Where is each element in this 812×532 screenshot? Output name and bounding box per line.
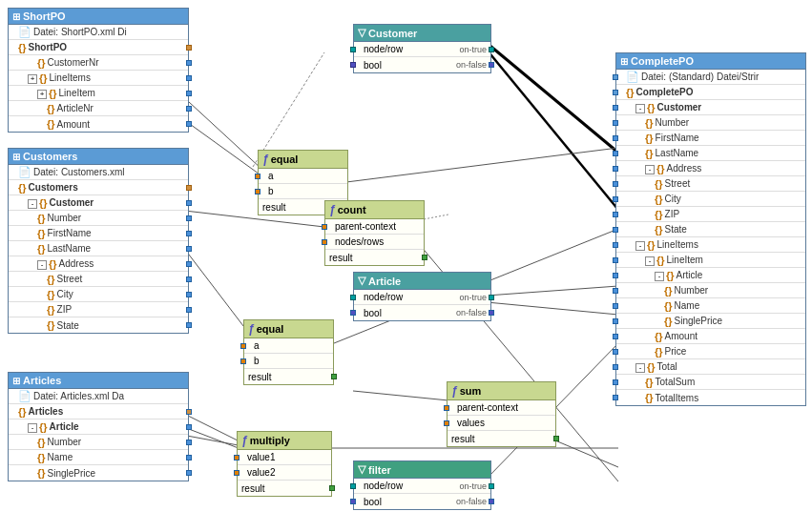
port-left[interactable]: [613, 181, 618, 187]
port-right[interactable]: [186, 75, 192, 81]
file-icon: 📄: [620, 71, 639, 83]
port-left[interactable]: [444, 420, 449, 426]
port-right[interactable]: [186, 424, 192, 430]
port-right[interactable]: [186, 276, 192, 282]
port-right[interactable]: [186, 45, 192, 51]
completepo-header: ⊞ CompletePO: [616, 53, 805, 70]
port-right[interactable]: [186, 215, 192, 221]
port-left[interactable]: [234, 455, 239, 460]
port-right[interactable]: [186, 60, 192, 66]
file-icon: 📄: [12, 26, 31, 38]
port-right[interactable]: [489, 47, 494, 52]
svg-line-6: [487, 43, 618, 153]
port-right[interactable]: [489, 310, 494, 316]
port-right[interactable]: [186, 185, 192, 191]
port-right[interactable]: [186, 292, 192, 297]
port-left[interactable]: [613, 105, 618, 111]
port-right[interactable]: [186, 409, 192, 415]
port-left[interactable]: [350, 310, 356, 316]
port-left[interactable]: [613, 151, 618, 156]
port-left[interactable]: [613, 334, 618, 339]
expand-icon[interactable]: +: [37, 90, 47, 99]
filter-icon: ▽: [358, 27, 365, 39]
port-right[interactable]: [422, 255, 427, 260]
expand-icon[interactable]: -: [37, 260, 47, 270]
port-right[interactable]: [489, 483, 494, 489]
port-left[interactable]: [613, 349, 618, 355]
curly-icon: {}: [620, 300, 673, 312]
port-right[interactable]: [489, 295, 494, 300]
equal1-header: ƒ equal: [259, 151, 347, 169]
port-left[interactable]: [613, 242, 618, 248]
port-left[interactable]: [613, 227, 618, 233]
curly-icon: {}: [620, 194, 663, 205]
port-right[interactable]: [186, 470, 192, 476]
port-right[interactable]: [186, 307, 192, 313]
curly-icon: {}: [620, 392, 654, 403]
port-right[interactable]: [186, 200, 192, 206]
port-right[interactable]: [186, 106, 192, 112]
port-left[interactable]: [240, 343, 246, 349]
customer-filter-row-noderow: node/row on-true: [354, 42, 490, 57]
port-left[interactable]: [350, 47, 356, 52]
curly-icon: {}: [12, 103, 55, 114]
port-left[interactable]: [613, 212, 618, 217]
port-right[interactable]: [186, 455, 192, 460]
port-left[interactable]: [350, 62, 356, 68]
expand-icon[interactable]: -: [635, 241, 645, 251]
port-left[interactable]: [613, 303, 618, 309]
customers-node: ⊞ Customers 📄 Datei: Customers.xml {} Cu…: [8, 148, 189, 334]
svg-line-11: [487, 302, 618, 315]
curly-icon: {}: [12, 118, 55, 130]
port-left[interactable]: [322, 239, 327, 245]
port-left[interactable]: [613, 395, 618, 400]
expand-icon[interactable]: -: [28, 199, 37, 209]
expand-icon[interactable]: -: [28, 423, 37, 433]
port-left[interactable]: [255, 174, 260, 179]
port-right[interactable]: [489, 62, 494, 68]
port-left[interactable]: [613, 90, 618, 95]
port-left[interactable]: [255, 189, 260, 194]
expand-icon[interactable]: -: [655, 272, 664, 281]
completepo-row-total: - {} Total: [616, 359, 805, 375]
articles-icon: ⊞: [12, 376, 20, 386]
port-left[interactable]: [613, 257, 618, 263]
port-right[interactable]: [186, 261, 192, 267]
port-right[interactable]: [186, 322, 192, 328]
expand-icon[interactable]: -: [645, 165, 655, 174]
port-left[interactable]: [613, 196, 618, 202]
port-left[interactable]: [234, 470, 239, 476]
port-left[interactable]: [444, 405, 449, 411]
port-right[interactable]: [186, 121, 192, 127]
multiply-row-value1: value1: [238, 450, 331, 465]
expand-icon[interactable]: -: [645, 256, 655, 266]
port-right[interactable]: [186, 246, 192, 252]
port-left[interactable]: [613, 364, 618, 370]
expand-icon[interactable]: -: [635, 104, 645, 113]
port-right[interactable]: [186, 91, 192, 96]
port-left[interactable]: [613, 120, 618, 126]
port-right[interactable]: [186, 440, 192, 445]
port-left[interactable]: [613, 273, 618, 278]
expand-icon[interactable]: -: [635, 363, 645, 373]
port-left[interactable]: [613, 74, 618, 80]
port-left[interactable]: [613, 135, 618, 141]
port-right[interactable]: [331, 374, 337, 379]
port-right[interactable]: [186, 231, 192, 236]
port-left[interactable]: [613, 379, 618, 385]
port-left[interactable]: [613, 166, 618, 172]
port-right[interactable]: [553, 436, 559, 441]
curly-icon: {}: [620, 209, 663, 220]
port-left[interactable]: [350, 483, 356, 489]
filter1-header: ▽ filter: [354, 461, 490, 479]
expand-icon[interactable]: +: [28, 74, 37, 84]
port-right[interactable]: [329, 485, 335, 491]
port-left[interactable]: [350, 499, 356, 504]
curly-icon: {}: [12, 42, 27, 53]
port-left[interactable]: [350, 295, 356, 300]
port-left[interactable]: [613, 318, 618, 324]
port-left[interactable]: [240, 358, 246, 364]
port-left[interactable]: [613, 288, 618, 294]
port-right[interactable]: [489, 499, 494, 504]
port-left[interactable]: [322, 224, 327, 230]
